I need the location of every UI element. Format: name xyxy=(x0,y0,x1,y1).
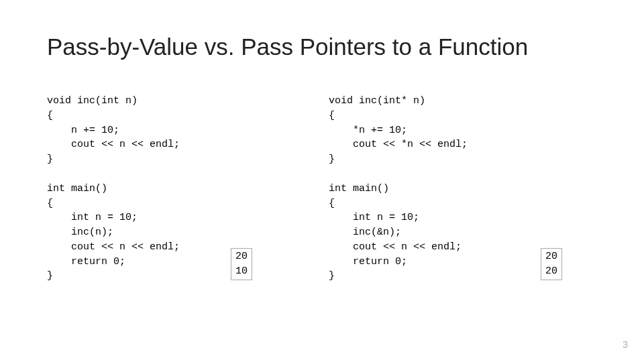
slide-title: Pass-by-Value vs. Pass Pointers to a Fun… xyxy=(47,34,528,60)
left-output-box: 20 10 xyxy=(231,248,252,280)
page-number: 3 xyxy=(623,339,628,350)
right-func-code: void inc(int* n) { *n += 10; cout << *n … xyxy=(329,94,610,167)
left-main-code: int main() { int n = 10; inc(n); cout <<… xyxy=(47,182,329,284)
right-main-code: int main() { int n = 10; inc(&n); cout <… xyxy=(329,182,610,284)
right-output-box: 20 20 xyxy=(541,248,562,280)
left-func-code: void inc(int n) { n += 10; cout << n << … xyxy=(47,94,329,167)
left-column: void inc(int n) { n += 10; cout << n << … xyxy=(47,94,329,284)
right-column: void inc(int* n) { *n += 10; cout << *n … xyxy=(329,94,610,284)
